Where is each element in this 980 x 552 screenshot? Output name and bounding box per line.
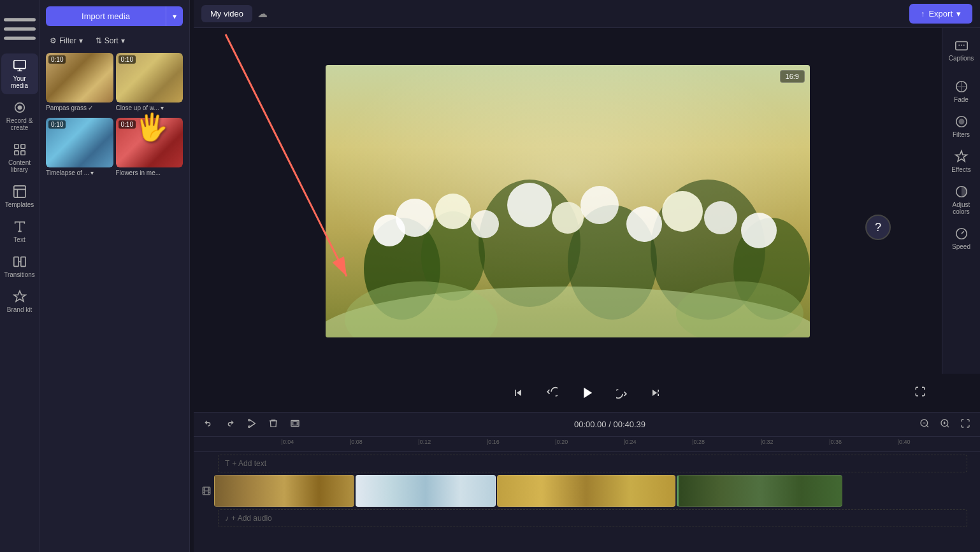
svg-rect-10 [13, 186, 25, 197]
time-display: 00:00.00 / 00:40.39 [308, 420, 911, 429]
export-icon: ↑ [921, 9, 925, 18]
media-item-timelapse[interactable]: 0:10 Timelapse of ... ▾ [46, 118, 113, 180]
video-track-row [194, 474, 980, 508]
cut-button[interactable] [243, 416, 260, 432]
skip-forward-button[interactable] [645, 383, 666, 403]
sidebar-item-record[interactable]: Record & create [1, 96, 38, 136]
svg-point-30 [704, 201, 737, 234]
skip-back-button[interactable] [508, 383, 528, 403]
svg-point-25 [507, 183, 552, 227]
svg-rect-2 [4, 37, 36, 40]
svg-rect-6 [14, 145, 18, 148]
sidebar-item-content-library[interactable]: Content library [1, 138, 38, 178]
right-sidebar-captions[interactable]: Captions [944, 33, 979, 67]
media-item-pampas-grass[interactable]: 0:10 Pampas grass ✓ [46, 53, 113, 115]
project-name-area: My video ☁ [201, 5, 268, 22]
project-tab[interactable]: My video [201, 5, 252, 22]
clip-grass-field[interactable] [497, 475, 675, 507]
captions-label: Captions [949, 55, 974, 62]
filter-button[interactable]: ⚙ Filter ▾ [46, 34, 87, 48]
sort-label: Sort [104, 36, 119, 45]
svg-rect-3 [13, 60, 25, 69]
svg-rect-12 [20, 257, 25, 267]
ruler-mark-4: |0:16 [487, 439, 500, 445]
clip-pampas-grass[interactable] [214, 475, 354, 507]
ruler-mark-10: |0:40 [898, 439, 911, 445]
right-sidebar-effects[interactable]: Effects [944, 145, 979, 178]
export-button[interactable]: ↑ Export ▾ [909, 4, 972, 24]
ruler-mark-5: |0:20 [555, 439, 568, 445]
cloud-save-button[interactable]: ☁ [257, 8, 268, 20]
play-button[interactable] [574, 380, 600, 406]
media-panel-header: Import media ▾ [40, 0, 189, 31]
media-item-flowers[interactable]: 0:10 Flowers in me... 🖐 [116, 118, 184, 180]
time-total: 00:40.39 [613, 420, 645, 429]
timeline-ruler: |0:04 |0:08 |0:12 |0:16 |0:20 |0:24 |0:2… [194, 437, 980, 452]
undo-button[interactable] [200, 416, 217, 432]
fast-forward-button[interactable] [612, 383, 633, 403]
hamburger-menu[interactable] [1, 5, 38, 52]
playback-controls [508, 374, 666, 412]
add-audio-button[interactable]: ♪ + Add audio [218, 509, 967, 527]
delete-button[interactable] [265, 416, 282, 432]
audio-note-icon: ♪ [225, 514, 229, 523]
sidebar-label-record: Record & create [4, 117, 36, 131]
right-sidebar-filters[interactable]: Filters [944, 110, 979, 143]
fade-label: Fade [954, 96, 969, 103]
clip-pampas-grass-2[interactable] [677, 475, 842, 507]
sidebar-item-transitions[interactable]: Transitions [1, 250, 38, 283]
media-toolbar: ⚙ Filter ▾ ⇅ Sort ▾ [40, 31, 189, 53]
add-clip-button[interactable] [287, 416, 303, 432]
ruler-mark-2: |0:08 [350, 439, 363, 445]
timelapse-chevron: ▾ [90, 169, 94, 176]
zoom-out-button[interactable] [916, 417, 933, 432]
sidebar-item-your-media[interactable]: Your media [1, 53, 38, 94]
flowers-label: Flowers in me... [116, 167, 184, 180]
rewind-button[interactable] [541, 383, 561, 403]
filter-icon: ⚙ [50, 36, 57, 45]
media-item-close-up[interactable]: 0:10 Close up of w... ▾ [116, 53, 184, 115]
sidebar-item-templates[interactable]: Templates [1, 180, 38, 213]
right-sidebar-speed[interactable]: Speed [944, 222, 979, 255]
media-grid: 0:10 Pampas grass ✓ 0:10 Close up of w..… [40, 53, 189, 180]
export-label: Export [928, 9, 953, 18]
redo-button[interactable] [222, 416, 238, 432]
sort-button[interactable]: ⇅ Sort ▾ [92, 34, 129, 48]
closeup-chevron: ▾ [161, 104, 164, 111]
help-button[interactable]: ? [865, 215, 891, 240]
sidebar-label-transitions: Transitions [4, 271, 35, 278]
import-media-button[interactable]: Import media [46, 6, 166, 26]
fullscreen-button[interactable] [914, 386, 926, 400]
import-media-arrow-button[interactable]: ▾ [166, 6, 183, 26]
svg-rect-9 [20, 151, 24, 155]
sort-icon: ⇅ [96, 36, 102, 45]
closeup-label: Close up of w... ▾ [116, 103, 184, 115]
zoom-in-button[interactable] [937, 417, 953, 432]
fit-timeline-button[interactable] [957, 417, 974, 432]
filter-chevron: ▾ [79, 36, 83, 45]
filters-label: Filters [953, 131, 970, 138]
sidebar-item-brand-kit[interactable]: Brand kit [1, 285, 38, 318]
filter-label: Filter [59, 36, 76, 45]
add-audio-label: + Add audio [231, 514, 272, 523]
clip-flowers-closeup[interactable] [356, 475, 496, 507]
add-text-button[interactable]: T + Add text [218, 455, 967, 472]
flowers-duration: 0:10 [119, 120, 136, 129]
svg-point-44 [249, 419, 250, 421]
video-clips-track [214, 475, 974, 507]
svg-point-31 [741, 213, 777, 248]
right-sidebar-fade[interactable]: Fade [944, 74, 979, 108]
closeup-duration: 0:10 [119, 55, 136, 64]
add-text-label: + Add text [232, 459, 266, 468]
svg-point-23 [435, 194, 471, 229]
svg-rect-8 [14, 151, 18, 155]
sidebar-item-text[interactable]: Text [1, 215, 38, 248]
top-bar: My video ☁ ↑ Export ▾ [194, 0, 980, 28]
ruler-mark-6: |0:24 [624, 439, 637, 445]
svg-rect-0 [4, 18, 36, 21]
right-sidebar-adjust-colors[interactable]: Adjust colors [944, 180, 979, 220]
ruler-mark-3: |0:12 [418, 439, 431, 445]
left-sidebar: Your media Record & create Content libra… [0, 0, 40, 552]
adjust-colors-label: Adjust colors [946, 201, 977, 215]
right-sidebar: Captions Fade Filters [942, 28, 980, 374]
